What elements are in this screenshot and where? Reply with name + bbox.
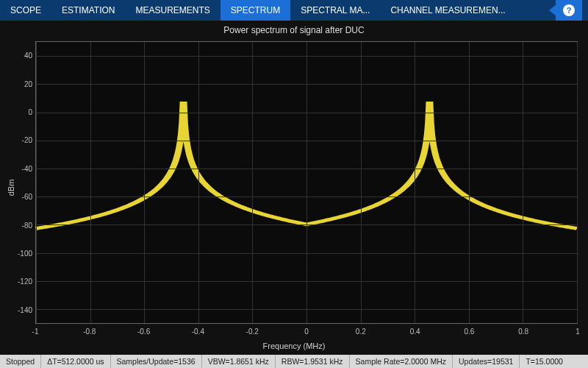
axes-box[interactable] [35,41,578,324]
x-tick: -0.8 [83,328,96,336]
help-icon: ? [563,4,575,16]
tab-spectrum[interactable]: SPECTRUM [220,0,290,21]
plot-area: Power spectrum of signal after DUC dBm F… [0,21,588,355]
x-tick: -0.6 [137,328,150,336]
tab-measurements[interactable]: MEASUREMENTS [125,0,220,21]
x-tick: -1 [32,328,39,336]
x-tick: 0.2 [356,328,366,336]
y-tick: 20 [0,79,32,88]
status-t: T=15.0000 [520,355,569,368]
chart-title: Power spectrum of signal after DUC [0,21,588,37]
tab-bar: SCOPE ESTIMATION MEASUREMENTS SPECTRUM S… [0,0,588,21]
y-tick: -120 [0,277,32,286]
help-button[interactable]: ? [543,0,588,21]
status-vbw: VBW=1.8651 kHz [202,355,276,368]
status-sr: Sample Rate=2.0000 MHz [350,355,453,368]
status-upd: Updates=19531 [453,355,520,368]
tab-scope[interactable]: SCOPE [0,0,51,21]
y-tick: -100 [0,250,32,258]
tab-spectral-mask[interactable]: SPECTRAL MA... [290,0,380,21]
status-spu: Samples/Update=1536 [111,355,202,368]
tab-estimation[interactable]: ESTIMATION [51,0,125,21]
status-state: Stopped [0,355,41,368]
status-bar: Stopped ΔT=512.0000 us Samples/Update=15… [0,355,588,368]
x-tick: 0.6 [464,328,474,336]
x-tick: 0 [304,328,309,336]
y-tick: 40 [0,52,32,60]
y-tick: -40 [0,164,32,172]
y-tick: -20 [0,136,32,144]
x-tick: 1 [576,328,580,336]
x-tick: -0.2 [246,328,259,336]
y-tick: -80 [0,221,32,229]
status-rbw: RBW=1.9531 kHz [276,355,350,368]
x-tick: 0.8 [518,328,528,336]
y-tick: 0 [0,108,32,116]
status-dt: ΔT=512.0000 us [41,355,110,368]
x-tick: -0.4 [192,328,204,336]
y-tick: -60 [0,193,32,201]
y-tick: -140 [0,305,32,314]
x-tick: 0.4 [410,328,420,336]
tab-channel-measurements[interactable]: CHANNEL MEASUREMEN... [380,0,515,21]
x-axis-label: Frequency (MHz) [0,342,588,350]
